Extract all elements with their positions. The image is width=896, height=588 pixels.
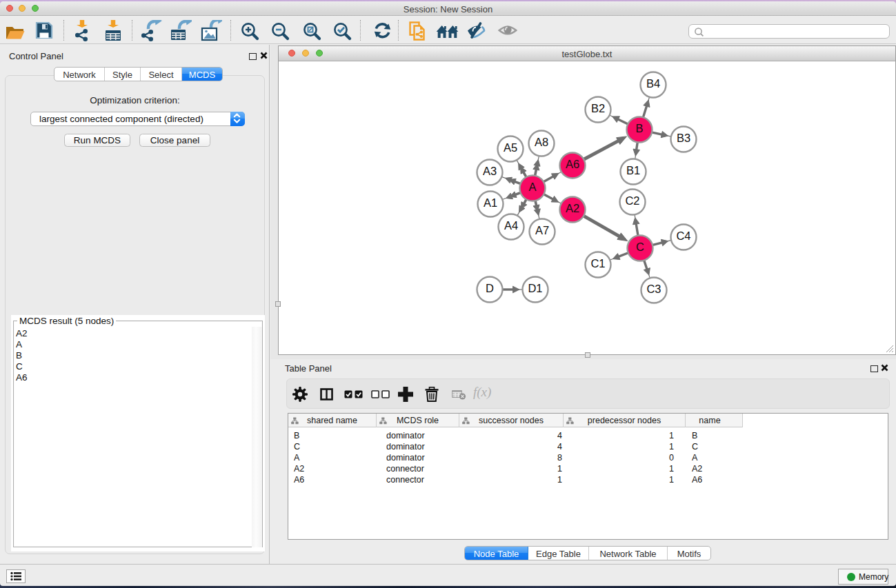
svg-text:C2: C2 xyxy=(625,194,639,207)
svg-text:A6: A6 xyxy=(566,158,579,170)
svg-text:D1: D1 xyxy=(528,282,542,294)
svg-text:C: C xyxy=(636,241,644,253)
svg-text:C1: C1 xyxy=(590,257,605,270)
svg-text:A7: A7 xyxy=(535,224,549,236)
svg-text:A: A xyxy=(528,181,536,193)
svg-text:A2: A2 xyxy=(566,202,579,214)
svg-text:B: B xyxy=(635,122,643,134)
svg-text:C3: C3 xyxy=(646,283,661,295)
svg-text:A3: A3 xyxy=(483,165,497,177)
svg-text:A5: A5 xyxy=(504,141,517,154)
svg-text:A8: A8 xyxy=(535,136,548,148)
svg-text:A1: A1 xyxy=(484,196,497,209)
svg-text:D: D xyxy=(486,282,494,294)
svg-text:B4: B4 xyxy=(646,77,660,90)
svg-text:B2: B2 xyxy=(591,102,605,114)
svg-text:B1: B1 xyxy=(626,164,640,176)
svg-text:C4: C4 xyxy=(676,230,690,242)
svg-text:B3: B3 xyxy=(677,132,690,144)
svg-text:A4: A4 xyxy=(504,219,518,232)
